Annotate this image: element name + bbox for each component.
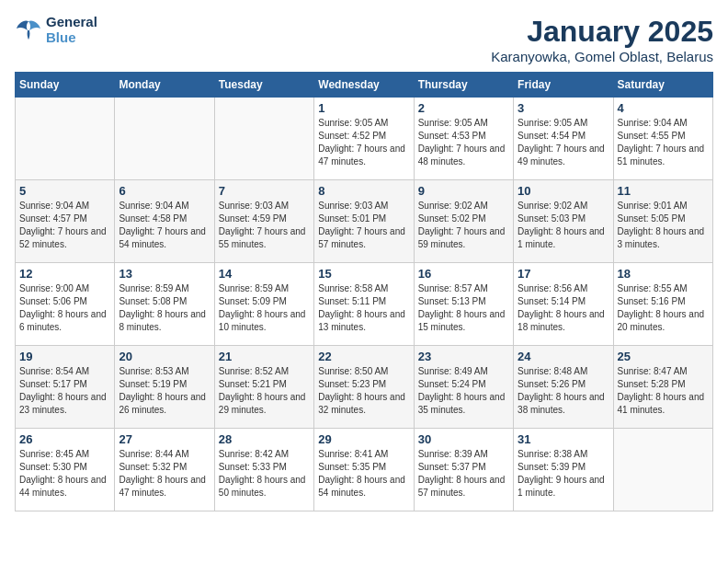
day-info: Sunrise: 8:42 AMSunset: 5:33 PMDaylight:… [219, 448, 310, 500]
day-info: Sunrise: 8:59 AMSunset: 5:08 PMDaylight:… [119, 282, 210, 334]
empty-cell [613, 429, 712, 511]
month-title: January 2025 [491, 15, 713, 49]
day-info: Sunrise: 8:38 AMSunset: 5:39 PMDaylight:… [518, 448, 609, 500]
calendar-day-20: 20Sunrise: 8:53 AMSunset: 5:19 PMDayligh… [115, 346, 214, 429]
calendar-week-2: 5Sunrise: 9:04 AMSunset: 4:57 PMDaylight… [16, 180, 713, 263]
weekday-header-tuesday: Tuesday [214, 73, 313, 98]
calendar-day-4: 4Sunrise: 9:04 AMSunset: 4:55 PMDaylight… [613, 98, 712, 180]
day-info: Sunrise: 8:44 AMSunset: 5:32 PMDaylight:… [119, 448, 210, 500]
day-number: 29 [318, 432, 409, 446]
day-number: 3 [518, 101, 609, 115]
calendar-day-17: 17Sunrise: 8:56 AMSunset: 5:14 PMDayligh… [514, 263, 613, 346]
calendar-day-31: 31Sunrise: 8:38 AMSunset: 5:39 PMDayligh… [514, 429, 613, 511]
calendar-day-30: 30Sunrise: 8:39 AMSunset: 5:37 PMDayligh… [414, 429, 513, 511]
day-info: Sunrise: 8:55 AMSunset: 5:16 PMDaylight:… [618, 282, 709, 334]
calendar-day-23: 23Sunrise: 8:49 AMSunset: 5:24 PMDayligh… [414, 346, 513, 429]
day-info: Sunrise: 8:56 AMSunset: 5:14 PMDaylight:… [518, 282, 609, 334]
calendar-day-16: 16Sunrise: 8:57 AMSunset: 5:13 PMDayligh… [414, 263, 513, 346]
empty-cell [16, 98, 115, 180]
calendar-day-14: 14Sunrise: 8:59 AMSunset: 5:09 PMDayligh… [214, 263, 313, 346]
day-number: 20 [119, 350, 210, 363]
day-info: Sunrise: 9:04 AMSunset: 4:55 PMDaylight:… [618, 117, 709, 168]
weekday-header-row: SundayMondayTuesdayWednesdayThursdayFrid… [16, 73, 713, 98]
day-number: 25 [618, 350, 709, 363]
weekday-header-thursday: Thursday [414, 73, 513, 98]
calendar-day-15: 15Sunrise: 8:58 AMSunset: 5:11 PMDayligh… [314, 263, 414, 346]
day-number: 24 [518, 350, 609, 363]
day-number: 7 [219, 184, 310, 198]
day-number: 6 [119, 184, 210, 198]
day-number: 22 [318, 350, 409, 363]
location-title: Karanyowka, Gomel Oblast, Belarus [491, 49, 713, 64]
calendar-day-12: 12Sunrise: 9:00 AMSunset: 5:06 PMDayligh… [16, 263, 115, 346]
day-info: Sunrise: 8:58 AMSunset: 5:11 PMDaylight:… [318, 282, 409, 334]
day-number: 23 [418, 350, 509, 363]
empty-cell [214, 98, 313, 180]
calendar-day-6: 6Sunrise: 9:04 AMSunset: 4:58 PMDaylight… [115, 180, 214, 263]
calendar-week-3: 12Sunrise: 9:00 AMSunset: 5:06 PMDayligh… [16, 263, 713, 346]
day-number: 16 [418, 267, 509, 281]
day-info: Sunrise: 9:05 AMSunset: 4:52 PMDaylight:… [318, 117, 409, 168]
logo-bird-icon [15, 17, 42, 43]
calendar-day-26: 26Sunrise: 8:45 AMSunset: 5:30 PMDayligh… [16, 429, 115, 511]
day-info: Sunrise: 8:48 AMSunset: 5:26 PMDaylight:… [518, 365, 609, 417]
day-info: Sunrise: 8:53 AMSunset: 5:19 PMDaylight:… [119, 365, 210, 417]
day-info: Sunrise: 8:39 AMSunset: 5:37 PMDaylight:… [418, 448, 509, 500]
weekday-header-saturday: Saturday [613, 73, 712, 98]
calendar-day-27: 27Sunrise: 8:44 AMSunset: 5:32 PMDayligh… [115, 429, 214, 511]
logo: General Blue [15, 15, 97, 45]
calendar-day-29: 29Sunrise: 8:41 AMSunset: 5:35 PMDayligh… [314, 429, 414, 511]
day-info: Sunrise: 9:02 AMSunset: 5:03 PMDaylight:… [518, 200, 609, 251]
day-number: 15 [318, 267, 409, 281]
day-info: Sunrise: 9:03 AMSunset: 4:59 PMDaylight:… [219, 200, 310, 251]
weekday-header-monday: Monday [115, 73, 214, 98]
day-number: 4 [618, 101, 709, 115]
day-number: 10 [518, 184, 609, 198]
day-number: 31 [518, 432, 609, 446]
title-area: January 2025 Karanyowka, Gomel Oblast, B… [491, 15, 713, 64]
day-number: 2 [418, 101, 509, 115]
weekday-header-friday: Friday [514, 73, 613, 98]
calendar-day-9: 9Sunrise: 9:02 AMSunset: 5:02 PMDaylight… [414, 180, 513, 263]
day-info: Sunrise: 9:04 AMSunset: 4:57 PMDaylight:… [19, 200, 110, 251]
day-number: 30 [418, 432, 509, 446]
day-number: 11 [618, 184, 709, 198]
day-info: Sunrise: 8:50 AMSunset: 5:23 PMDaylight:… [318, 365, 409, 417]
day-info: Sunrise: 9:02 AMSunset: 5:02 PMDaylight:… [418, 200, 509, 251]
calendar-day-25: 25Sunrise: 8:47 AMSunset: 5:28 PMDayligh… [613, 346, 712, 429]
day-info: Sunrise: 8:45 AMSunset: 5:30 PMDaylight:… [19, 448, 110, 500]
calendar-day-13: 13Sunrise: 8:59 AMSunset: 5:08 PMDayligh… [115, 263, 214, 346]
calendar-day-10: 10Sunrise: 9:02 AMSunset: 5:03 PMDayligh… [514, 180, 613, 263]
day-number: 13 [119, 267, 210, 281]
calendar-day-28: 28Sunrise: 8:42 AMSunset: 5:33 PMDayligh… [214, 429, 313, 511]
day-number: 1 [318, 101, 409, 115]
day-number: 28 [219, 432, 310, 446]
calendar-day-11: 11Sunrise: 9:01 AMSunset: 5:05 PMDayligh… [613, 180, 712, 263]
calendar-day-19: 19Sunrise: 8:54 AMSunset: 5:17 PMDayligh… [16, 346, 115, 429]
empty-cell [115, 98, 214, 180]
calendar-week-4: 19Sunrise: 8:54 AMSunset: 5:17 PMDayligh… [16, 346, 713, 429]
day-info: Sunrise: 8:47 AMSunset: 5:28 PMDaylight:… [618, 365, 709, 417]
day-info: Sunrise: 9:05 AMSunset: 4:53 PMDaylight:… [418, 117, 509, 168]
calendar-day-8: 8Sunrise: 9:03 AMSunset: 5:01 PMDaylight… [314, 180, 414, 263]
day-number: 17 [518, 267, 609, 281]
calendar-day-21: 21Sunrise: 8:52 AMSunset: 5:21 PMDayligh… [214, 346, 313, 429]
day-number: 5 [19, 184, 110, 198]
day-number: 26 [19, 432, 110, 446]
calendar-week-5: 26Sunrise: 8:45 AMSunset: 5:30 PMDayligh… [16, 429, 713, 511]
calendar-week-1: 1Sunrise: 9:05 AMSunset: 4:52 PMDaylight… [16, 98, 713, 180]
calendar-day-22: 22Sunrise: 8:50 AMSunset: 5:23 PMDayligh… [314, 346, 414, 429]
day-number: 8 [318, 184, 409, 198]
calendar-day-24: 24Sunrise: 8:48 AMSunset: 5:26 PMDayligh… [514, 346, 613, 429]
calendar-day-18: 18Sunrise: 8:55 AMSunset: 5:16 PMDayligh… [613, 263, 712, 346]
day-info: Sunrise: 8:57 AMSunset: 5:13 PMDaylight:… [418, 282, 509, 334]
day-info: Sunrise: 8:49 AMSunset: 5:24 PMDaylight:… [418, 365, 509, 417]
calendar-day-2: 2Sunrise: 9:05 AMSunset: 4:53 PMDaylight… [414, 98, 513, 180]
day-info: Sunrise: 9:05 AMSunset: 4:54 PMDaylight:… [518, 117, 609, 168]
day-number: 19 [19, 350, 110, 363]
day-info: Sunrise: 8:52 AMSunset: 5:21 PMDaylight:… [219, 365, 310, 417]
weekday-header-wednesday: Wednesday [314, 73, 414, 98]
day-number: 18 [618, 267, 709, 281]
calendar-day-5: 5Sunrise: 9:04 AMSunset: 4:57 PMDaylight… [16, 180, 115, 263]
day-info: Sunrise: 9:04 AMSunset: 4:58 PMDaylight:… [119, 200, 210, 251]
